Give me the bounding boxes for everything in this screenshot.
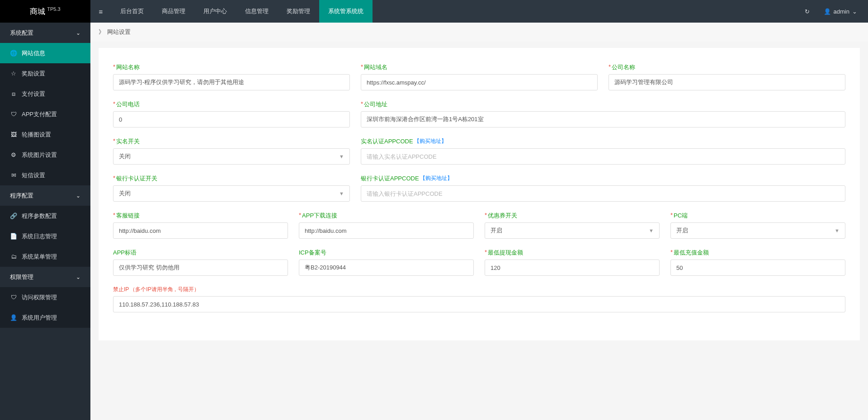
company-name-input[interactable] xyxy=(609,74,845,90)
sidebar-item-system-logs[interactable]: 📄 系统日志管理 xyxy=(0,226,90,246)
sidebar-item-app-payment[interactable]: 🛡 APP支付配置 xyxy=(0,104,90,124)
star-icon: ☆ xyxy=(10,70,17,77)
sidebar-group-permission[interactable]: 权限管理 ⌄ xyxy=(0,267,90,287)
coupon-switch-select[interactable]: 开启 ▼ xyxy=(485,222,660,239)
globe-icon: 🌐 xyxy=(10,50,17,57)
app-slogan-input[interactable] xyxy=(113,260,288,276)
refresh-icon: ↻ xyxy=(805,8,810,15)
min-withdraw-input[interactable] xyxy=(485,260,660,276)
sidebar-item-label: 支付设置 xyxy=(22,90,45,98)
sidebar-item-label: 短信设置 xyxy=(22,171,45,179)
sidebar-toggle-button[interactable]: ≡ xyxy=(90,0,111,23)
brand-badge: TP5.3 xyxy=(47,6,60,12)
chevron-down-icon: ⌄ xyxy=(852,8,857,15)
label-min-withdraw: 最低提现金额 xyxy=(488,249,523,257)
label-company-address: 公司地址 xyxy=(364,100,387,109)
sidebar-item-site-info[interactable]: 🌐 网站信息 xyxy=(0,43,90,63)
user-menu[interactable]: 👤 admin ⌄ xyxy=(817,0,863,23)
sidebar-item-system-menu[interactable]: 🗂 系统菜单管理 xyxy=(0,246,90,267)
label-realname-appcode: 实名认证APPCODE xyxy=(361,137,413,146)
caret-down-icon: ▼ xyxy=(339,154,344,159)
sidebar-item-label: 轮播图设置 xyxy=(22,131,51,139)
brand-logo: 商城 TP5.3 xyxy=(0,0,90,23)
card-icon: ⧈ xyxy=(10,90,17,98)
topmenu-products[interactable]: 商品管理 xyxy=(153,0,194,23)
topmenu-info[interactable]: 信息管理 xyxy=(236,0,278,23)
link-icon: 🔗 xyxy=(10,212,17,219)
image-icon: 🖼 xyxy=(10,131,17,138)
bankcard-switch-select[interactable]: 关闭 ▼ xyxy=(113,185,350,202)
sidebar-item-access-permission[interactable]: 🛡 访问权限管理 xyxy=(0,287,90,307)
breadcrumb-title: 网站设置 xyxy=(107,28,131,36)
document-icon: 📄 xyxy=(10,233,17,240)
sidebar-group-label: 权限管理 xyxy=(10,273,33,281)
caret-down-icon: ▼ xyxy=(649,228,654,233)
app-download-input[interactable] xyxy=(299,222,474,239)
label-pc-switch: PC端 xyxy=(674,212,688,220)
caret-down-icon: ▼ xyxy=(835,228,840,233)
user-icon: 👤 xyxy=(824,8,831,15)
label-bankcard-appcode: 银行卡认证APPCODE xyxy=(361,175,419,183)
site-domain-input[interactable] xyxy=(361,74,598,90)
bankcard-appcode-input[interactable] xyxy=(361,185,845,202)
label-bankcard-switch: 银行卡认证开关 xyxy=(116,175,157,183)
topmenu-home[interactable]: 后台首页 xyxy=(111,0,153,23)
realname-appcode-input[interactable] xyxy=(361,148,845,165)
sidebar-item-label: 系统图片设置 xyxy=(22,151,57,159)
sidebar-group-program-config[interactable]: 程序配置 ⌄ xyxy=(0,185,90,206)
folder-icon: 🗂 xyxy=(10,253,17,260)
cs-link-input[interactable] xyxy=(113,222,288,239)
site-name-input[interactable] xyxy=(113,74,350,90)
sidebar-item-label: 系统用户管理 xyxy=(22,314,57,322)
min-recharge-input[interactable] xyxy=(670,260,845,276)
refresh-button[interactable]: ↻ xyxy=(797,0,817,23)
shield-icon: 🛡 xyxy=(10,294,17,301)
sidebar-item-label: 奖励设置 xyxy=(22,70,45,78)
bankcard-appcode-buy-link[interactable]: 【购买地址】 xyxy=(420,175,453,183)
company-address-input[interactable] xyxy=(361,111,845,127)
label-site-domain: 网站域名 xyxy=(364,63,387,71)
sidebar-group-system-config[interactable]: 系统配置 ⌄ xyxy=(0,23,90,43)
label-site-name: 网站名称 xyxy=(116,63,140,71)
user-name: admin xyxy=(834,8,849,15)
label-company-name: 公司名称 xyxy=(612,63,635,71)
topmenu-users[interactable]: 用户中心 xyxy=(194,0,236,23)
sidebar-item-sms-setting[interactable]: ✉ 短信设置 xyxy=(0,165,90,185)
brand-name: 商城 xyxy=(30,6,45,17)
sidebar-group-label: 程序配置 xyxy=(10,192,33,200)
sidebar-item-carousel-setting[interactable]: 🖼 轮播图设置 xyxy=(0,124,90,145)
label-block-ip-note: （多个IP请用半角 , 号隔开） xyxy=(130,286,199,293)
label-company-phone: 公司电话 xyxy=(116,100,140,109)
topmenu-reward[interactable]: 奖励管理 xyxy=(278,0,319,23)
label-min-recharge: 最低充值金额 xyxy=(674,249,709,257)
sidebar-group-label: 系统配置 xyxy=(10,29,33,37)
label-cs-link: 客服链接 xyxy=(116,212,140,220)
breadcrumb-arrow-icon: 》 xyxy=(99,28,104,36)
company-phone-input[interactable] xyxy=(113,111,350,127)
sidebar-item-label: 网站信息 xyxy=(22,49,45,57)
sidebar-item-reward-setting[interactable]: ☆ 奖励设置 xyxy=(0,63,90,84)
sidebar-item-payment-setting[interactable]: ⧈ 支付设置 xyxy=(0,84,90,104)
realname-switch-select[interactable]: 关闭 ▼ xyxy=(113,148,350,165)
sidebar-item-system-users[interactable]: 👤 系统用户管理 xyxy=(0,307,90,328)
sidebar-item-label: 系统日志管理 xyxy=(22,232,57,241)
chevron-down-icon: ⌄ xyxy=(76,30,80,36)
sidebar-item-system-images[interactable]: ⚙ 系统图片设置 xyxy=(0,145,90,165)
chevron-down-icon: ⌄ xyxy=(76,274,80,280)
gear-icon: ⚙ xyxy=(10,151,17,158)
sidebar-item-label: APP支付配置 xyxy=(22,110,57,118)
realname-appcode-buy-link[interactable]: 【购买地址】 xyxy=(414,137,447,146)
block-ip-input[interactable] xyxy=(113,296,845,312)
label-app-download: APP下载连接 xyxy=(302,212,337,220)
label-app-slogan: APP标语 xyxy=(113,249,137,257)
topmenu-system[interactable]: 系统管系统统 ● xyxy=(319,0,373,23)
icp-input[interactable] xyxy=(299,260,474,276)
caret-down-icon: ▼ xyxy=(339,191,344,196)
label-block-ip: 禁止IP xyxy=(113,286,129,293)
pc-switch-select[interactable]: 开启 ▼ xyxy=(670,222,845,239)
label-coupon-switch: 优惠券开关 xyxy=(488,212,517,220)
shield-icon: 🛡 xyxy=(10,111,17,118)
new-indicator-icon: ● xyxy=(367,5,370,10)
breadcrumb: 》 网站设置 xyxy=(90,23,868,42)
sidebar-item-program-params[interactable]: 🔗 程序参数配置 xyxy=(0,206,90,226)
